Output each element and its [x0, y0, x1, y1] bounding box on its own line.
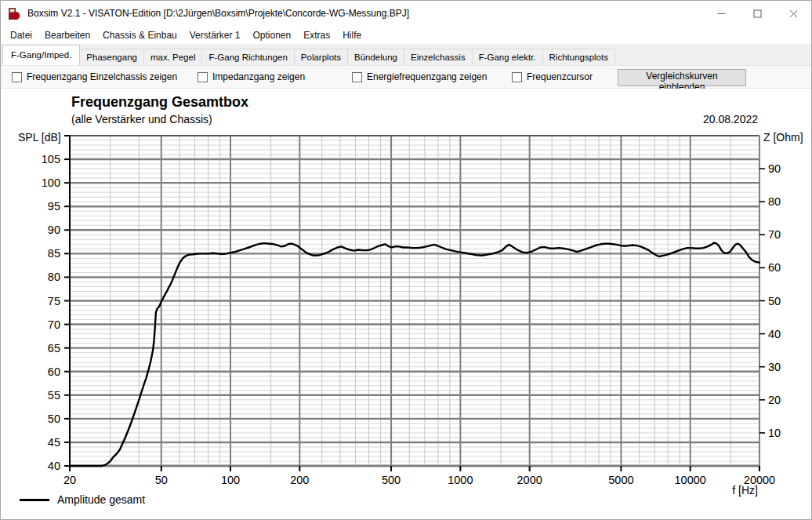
checkbox-impedanzgang-zeigen[interactable]: Impedanzgang zeigen [198, 71, 305, 82]
y-right-tick-label: 30 [768, 361, 781, 373]
tab-phasengang[interactable]: Phasengang [79, 49, 144, 65]
tab-richtungsplots[interactable]: Richtungsplots [542, 49, 615, 65]
x-tick-label: 20 [63, 474, 76, 486]
y-left-tick-label: 105 [42, 153, 60, 165]
legend-label: Amplitude gesamt [57, 493, 145, 506]
y-left-tick-label: 40 [48, 460, 60, 472]
y-right-tick-label: 20 [768, 394, 781, 406]
y-left-tick-label: 85 [48, 247, 60, 260]
y-left-tick-label: 90 [48, 224, 60, 236]
frequency-response-plot: 1051009590858075706560555045409080706050… [1, 89, 812, 520]
x-tick-label: 200 [290, 474, 309, 486]
x-tick-label: 500 [382, 474, 401, 486]
y-left-tick-label: 60 [48, 365, 60, 378]
y-left-tick-label: 65 [48, 342, 60, 355]
y-left-tick-label: 100 [42, 176, 60, 189]
app-icon [8, 7, 21, 20]
checkbox-energiefrequenzgang-zeigen[interactable]: Energiefrequenzgang zeigen [352, 71, 487, 82]
axis-ticks [64, 136, 765, 471]
y-left-tick-label: 70 [48, 318, 60, 331]
y-left-tick-label: 75 [48, 295, 60, 307]
x-tick-label: 50 [155, 474, 168, 486]
window-controls [703, 1, 811, 26]
tab-b-ndelung[interactable]: Bündelung [347, 49, 404, 65]
chart-date: 20.08.2022 [703, 113, 758, 125]
checkbox-box[interactable] [198, 72, 208, 82]
menu-item-datei[interactable]: Datei [4, 27, 38, 43]
y-right-tick-label: 40 [768, 328, 781, 340]
y-right-tick-label: 90 [768, 162, 781, 175]
right-axis-label: Z [Ohm] [763, 131, 803, 144]
tab-polarplots[interactable]: Polarplots [294, 49, 348, 65]
checkbox-box[interactable] [12, 72, 22, 82]
amplitude-curve [70, 243, 759, 467]
y-right-tick-label: 60 [768, 261, 781, 274]
checkbox-frequenzgang-einzelchassis-zeigen[interactable]: Frequenzgang Einzelchassis zeigen [12, 71, 177, 82]
tab-f-gang-richtungen[interactable]: F-Gang Richtungen [201, 49, 294, 65]
chart-title: Frequenzgang Gesamtbox [71, 94, 248, 111]
menu-item-hilfe[interactable]: Hilfe [336, 27, 368, 43]
grid [70, 136, 759, 466]
tab-f-gang-imped-[interactable]: F-Gang/Imped. [2, 45, 80, 65]
checkbox-box[interactable] [352, 72, 362, 82]
minimize-button[interactable] [703, 1, 739, 26]
tab-max-pegel[interactable]: max. Pegel [143, 49, 203, 65]
left-axis-label: SPL [dB] [18, 131, 61, 144]
y-left-tick-label: 55 [48, 389, 60, 402]
y-left-tick-label: 95 [48, 200, 60, 213]
x-tick-label: 1000 [448, 474, 473, 486]
x-tick-label: 2000 [517, 474, 542, 486]
checkbox-label: Frequenzcursor [527, 71, 593, 82]
checkbox-label: Energiefrequenzgang zeigen [367, 71, 487, 82]
menu-item-bearbeiten[interactable]: Bearbeiten [38, 27, 96, 43]
tab-strip: F-Gang/Imped.Phasengangmax. PegelF-Gang … [1, 44, 811, 65]
menu-item-optionen[interactable]: Optionen [246, 27, 297, 43]
maximize-button[interactable] [739, 1, 775, 26]
menu-item-verst-rker-1[interactable]: Verstärker 1 [183, 27, 247, 43]
checkbox-box[interactable] [512, 72, 522, 82]
y-right-tick-label: 70 [768, 228, 781, 241]
y-right-tick-label: 80 [768, 195, 781, 208]
chart-area: 1051009590858075706560555045409080706050… [1, 89, 811, 519]
x-tick-label: 100 [221, 474, 240, 486]
x-axis-label: f [Hz] [732, 484, 758, 496]
y-left-tick-label: 45 [48, 436, 60, 449]
vergleichskurven-button[interactable]: Vergleichskurven einblenden [618, 69, 746, 86]
menu-item-extras[interactable]: Extras [297, 27, 336, 43]
window-title: Boxsim V2.1 - VISATON-Edition [D:\2Jürge… [27, 8, 409, 19]
close-button[interactable] [775, 1, 811, 26]
options-toolbar: Vergleichskurven einblenden Frequenzgang… [1, 65, 811, 89]
y-right-tick-label: 50 [768, 295, 781, 307]
menu-item-chassis-einbau[interactable]: Chassis & Einbau [96, 27, 183, 43]
checkbox-frequenzcursor[interactable]: Frequenzcursor [512, 71, 593, 82]
title-bar[interactable]: Boxsim V2.1 - VISATON-Edition [D:\2Jürge… [1, 1, 811, 26]
y-left-tick-label: 50 [48, 413, 60, 425]
y-left-tick-label: 80 [48, 271, 60, 283]
x-tick-label: 10000 [675, 474, 706, 486]
chart-subtitle: (alle Verstärker und Chassis) [71, 113, 212, 125]
checkbox-label: Impedanzgang zeigen [212, 71, 305, 82]
legend: Amplitude gesamt [20, 493, 145, 506]
tab-f-gang-elektr-[interactable]: F-Gang elektr. [472, 49, 543, 65]
legend-line-swatch [20, 499, 49, 501]
checkbox-label: Frequenzgang Einzelchassis zeigen [27, 71, 177, 82]
y-right-tick-label: 10 [768, 427, 781, 439]
boxsim-window: Boxsim V2.1 - VISATON-Edition [D:\2Jürge… [0, 0, 812, 520]
menu-bar: DateiBearbeitenChassis & EinbauVerstärke… [1, 26, 811, 44]
tab-einzelchassis[interactable]: Einzelchassis [404, 49, 473, 65]
x-tick-label: 5000 [608, 474, 633, 486]
